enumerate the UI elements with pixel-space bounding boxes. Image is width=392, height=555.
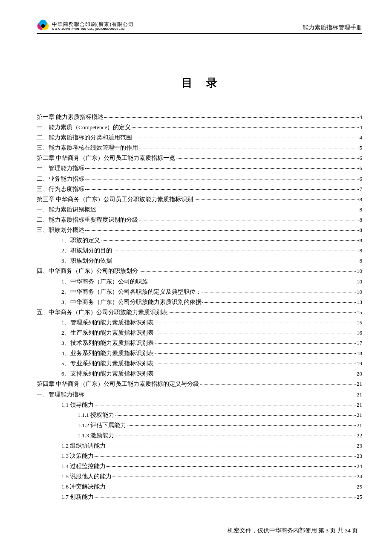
toc-entry: 1.4 过程监控能力24 [37, 463, 362, 469]
toc-leader-dots [132, 127, 358, 128]
toc-leader-dots [85, 179, 359, 179]
toc-entry-page: 22 [357, 433, 362, 438]
toc-entry: 1.5 说服他人的能力24 [37, 474, 362, 480]
toc-entry-label: 1、职族的定义 [61, 237, 100, 243]
toc-leader-dots [169, 312, 356, 313]
toc-entry: 1、管理系列的能力素质指标识别表15 [37, 320, 362, 326]
toc-entry: 第一章 能力素质指标概述4 [37, 114, 362, 120]
toc-entry: 1.1.3 激励能力22 [37, 433, 362, 439]
toc-entry: 一、能力素质识别概述8 [37, 207, 362, 213]
toc-entry-label: 五、中华商务（广东）公司分职族能力素质识别表 [37, 309, 168, 315]
toc-leader-dots [155, 343, 356, 344]
toc-entry-label: 2、职族划分的目的 [61, 248, 112, 254]
toc-entry-page: 23 [357, 443, 362, 448]
toc-leader-dots [200, 384, 356, 384]
toc-entry-label: 1.3 决策能力 [61, 453, 94, 459]
toc-entry-page: 15 [357, 320, 362, 325]
toc-leader-dots [155, 364, 356, 364]
toc-entry: 4、业务系列的能力素质指标识别表18 [37, 350, 362, 356]
toc-entry-label: 1.4 过程监控能力 [61, 463, 106, 469]
toc-entry: 二、能力素质指标重要程度识别的分级8 [37, 217, 362, 223]
logo-block: 中華商務聯合印刷(廣東)有限公司 C & C JOINT PRINTING CO… [37, 20, 134, 32]
page-container: 中華商務聯合印刷(廣東)有限公司 C & C JOINT PRINTING CO… [0, 0, 392, 500]
toc-entry: 三、行为态度指标7 [37, 186, 362, 192]
toc-leader-dots [112, 477, 356, 477]
document-title: 能力素质指标管理手册 [303, 24, 362, 32]
toc-entry-label: 3、中华商务（广东）公司分职族能力素质识别的依据 [61, 299, 202, 305]
footer-current-page: 3 [326, 527, 329, 534]
toc-entry-label: 一、能力素质识别概述 [37, 207, 96, 213]
toc-heading: 目录 [37, 75, 362, 90]
toc-leader-dots [115, 436, 356, 436]
toc-entry-label: 1、中华商务（广东）公司的职族 [61, 279, 148, 285]
toc-entry-page: 8 [360, 207, 363, 212]
toc-entry-page: 18 [357, 350, 362, 356]
toc-entry-label: 1.1.2 评估下属能力 [78, 422, 126, 428]
toc-entry-page: 5 [360, 145, 363, 150]
toc-entry-label: 二、能力素质指标重要程度识别的分级 [37, 217, 138, 223]
toc-entry-page: 8 [360, 237, 363, 243]
footer-prefix: 机密文件，仅供中华商务内部使用 第 [228, 527, 326, 534]
toc-entry-page: 6 [360, 165, 363, 171]
toc-leader-dots [104, 117, 358, 118]
toc-leader-dots [95, 456, 356, 457]
toc-leader-dots [101, 240, 359, 241]
toc-entry-label: 三、职族划分概述 [37, 227, 84, 233]
toc-entry-label: 1.5 说服他人的能力 [61, 474, 112, 480]
toc-entry: 1.2 组织协调能力23 [37, 443, 362, 449]
toc-entry-page: 15 [357, 309, 362, 315]
toc-entry: 3、职族划分的依据8 [37, 258, 362, 264]
toc-entry-page: 24 [357, 463, 362, 469]
toc-leader-dots [95, 405, 356, 405]
toc-entry: 1.6 冲突解决能力25 [37, 484, 362, 490]
toc-entry-label: 一、能力素质（Competence）的定义 [37, 124, 131, 130]
svg-point-3 [41, 24, 45, 28]
toc-leader-dots [155, 374, 356, 374]
toc-entry-page: 24 [357, 474, 362, 479]
toc-entry-label: 5、专业系列的能力素质指标识别表 [61, 361, 154, 367]
toc-leader-dots [97, 210, 359, 210]
toc-entry-label: 6、支持系列的能力素质指标识别表 [61, 371, 154, 377]
toc-leader-dots [85, 395, 356, 395]
toc-entry-page: 20 [357, 371, 362, 376]
toc-entry: 2、中华商务（广东）公司各职族的定义及典型职位：10 [37, 289, 362, 295]
toc-entry-page: 19 [357, 361, 362, 366]
toc-entry: 三、职族划分概述8 [37, 227, 362, 233]
toc-entry-page: 16 [357, 330, 362, 335]
toc-entry: 第三章 中华商务（广东）公司员工分职族能力素质指标识别8 [37, 197, 362, 202]
page-footer: 机密文件，仅供中华商务内部使用 第 3 页 共 34 页 [228, 527, 358, 535]
toc-entry-page: 21 [357, 422, 362, 428]
toc-entry-label: 1.1.3 激励能力 [78, 433, 114, 439]
toc-leader-dots [107, 487, 356, 487]
toc-entry-label: 1.1 领导能力 [61, 402, 94, 408]
toc-entry-page: 8 [360, 217, 363, 223]
toc-leader-dots [176, 158, 358, 159]
toc-entry: 1.7 创新能力25 [37, 494, 362, 500]
toc-entry-page: 10 [357, 268, 362, 274]
footer-mid: 页 共 [329, 527, 345, 534]
toc-entry: 四、中华商务（广东）公司的职族划分10 [37, 268, 362, 274]
toc-leader-dots [194, 199, 358, 200]
toc-entry-label: 1、管理系列的能力素质指标识别表 [61, 320, 154, 326]
toc-leader-dots [85, 168, 359, 169]
toc-entry-page: 21 [357, 392, 362, 397]
toc-entry-label: 1.2 组织协调能力 [61, 443, 106, 449]
toc-leader-dots [95, 497, 356, 497]
toc-entry: 6、支持系列的能力素质指标识别表20 [37, 371, 362, 377]
toc-entry: 1.1.2 评估下属能力21 [37, 422, 362, 428]
toc-entry: 3、中华商务（广东）公司分职族能力素质识别的依据13 [37, 299, 362, 305]
toc-entry-label: 3、职族划分的依据 [61, 258, 112, 264]
toc-leader-dots [155, 353, 356, 354]
toc-entry: 五、中华商务（广东）公司分职族能力素质识别表15 [37, 309, 362, 315]
company-name-en: C & C JOINT PRINTING CO., (GUANGDONG) LT… [52, 27, 134, 31]
toc-entry-page: 6 [360, 176, 363, 182]
toc-entry: 1.1.1 授权能力21 [37, 412, 362, 418]
toc-entry-page: 25 [357, 484, 362, 489]
toc-leader-dots [133, 138, 359, 138]
toc-entry-label: 2、中华商务（广东）公司各职族的定义及典型职位： [61, 289, 202, 295]
company-name-cn: 中華商務聯合印刷(廣東)有限公司 [52, 22, 134, 27]
toc-entry-page: 25 [357, 494, 362, 500]
company-logo-icon [37, 20, 49, 32]
toc-entry: 2、职族划分的目的8 [37, 248, 362, 254]
toc-entry: 二、业务能力指标6 [37, 176, 362, 182]
